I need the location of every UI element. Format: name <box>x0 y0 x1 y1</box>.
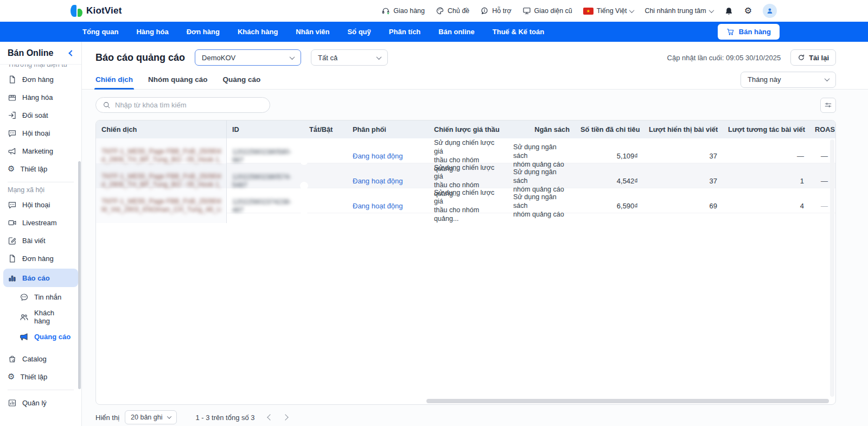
section-label-social: Mạng xã hội <box>0 186 81 196</box>
support-menu[interactable]: Hỗ trợ <box>480 7 511 15</box>
sidebar-item-label: Đơn hàng <box>22 75 54 84</box>
distribution-status: Đang hoạt động <box>347 202 429 210</box>
search-box[interactable] <box>95 97 270 113</box>
spend-value: 5,109₫ <box>575 152 643 160</box>
support-chat-icon <box>480 7 489 15</box>
nav-phan-tich[interactable]: Phân tích <box>389 28 421 36</box>
nav-thue-ke-toan[interactable]: Thuế & Kế toán <box>493 28 544 36</box>
sell-button[interactable]: Bán hàng <box>718 24 780 40</box>
bid-strategy-cell: Sử dụng chiến lược giáthầu cho nhóm quản… <box>429 188 508 223</box>
col-tat-bat[interactable]: Tắt/Bật <box>304 125 347 133</box>
sidebar-scrollbar[interactable] <box>78 161 81 389</box>
campaign-name-cell[interactable]: TKFF-1_ME55_Page FBB_FnB_250904_K M_Vid_… <box>96 188 227 223</box>
tab-chien-dich[interactable]: Chiến dịch <box>95 70 133 90</box>
sidebar-item-tin-nhan[interactable]: Tin nhắn <box>0 288 81 306</box>
col-luot-tuong-tac[interactable]: Lượt tương tác bài viết <box>723 125 809 133</box>
sidebar-item-label: Quản lý <box>22 399 47 407</box>
sidebar-item-label: Đối soát <box>22 111 48 119</box>
col-so-tien[interactable]: Số tiền đã chi tiêu <box>575 125 643 133</box>
chart-box-icon <box>8 398 17 408</box>
sidebar-item-thiet-lap[interactable]: ⚙ Thiết lập <box>0 160 81 178</box>
campaign-name: M_Vid_2903_KNOman_CH_Tung_48_U... <box>101 206 221 214</box>
impressions-value: 37 <box>643 177 723 185</box>
distribution-status: Đang hoạt động <box>347 177 429 185</box>
sidebar-item-khach-hang[interactable]: Khách hàng <box>0 306 81 328</box>
sidebar-item-hoi-thoai[interactable]: Hội thoại <box>0 124 81 142</box>
nav-hang-hoa[interactable]: Hàng hóa <box>136 28 168 36</box>
sidebar-item-marketing[interactable]: Marketing <box>0 142 81 160</box>
sidebar-item-label: Catalog <box>22 355 47 363</box>
account-select[interactable]: DemoKOV <box>195 49 301 66</box>
bell-icon[interactable] <box>724 7 733 16</box>
gear-icon[interactable]: ⚙ <box>744 7 752 15</box>
horizontal-scrollbar[interactable] <box>97 399 829 403</box>
user-avatar[interactable] <box>763 4 777 18</box>
col-phan-phoi[interactable]: Phân phối <box>347 125 429 133</box>
nav-ban-online[interactable]: Bán online <box>438 28 474 36</box>
sidebar-item-quang-cao[interactable]: Quảng cáo <box>0 328 81 346</box>
col-roas[interactable]: ROAS <box>809 125 835 133</box>
table-row[interactable]: TKFF-1_ME55_Page FBB_FnB_250904_K M_Vid_… <box>96 188 835 213</box>
reload-button[interactable]: Tải lại <box>790 49 836 66</box>
table-row[interactable]: TKFF-1_ME55_Page FBB_FnB_250904_Vi d_290… <box>96 163 835 188</box>
brand[interactable]: KiotViet <box>71 5 122 17</box>
sidebar-scroll-area: Thương mại điện tử Đơn hàng Hàng hóa Đối… <box>0 65 81 426</box>
collapse-sidebar-icon[interactable] <box>68 50 74 56</box>
branch-menu[interactable]: Chi nhánh trung tâm <box>644 7 713 15</box>
nav-tong-quan[interactable]: Tổng quan <box>82 28 118 36</box>
col-chien-luoc[interactable]: Chiến lược giá thầu <box>429 125 508 133</box>
budget: nhóm quảng cáo <box>513 211 564 218</box>
col-id[interactable]: ID <box>227 125 304 133</box>
next-page-icon[interactable] <box>282 414 288 420</box>
table-footer: Hiển thị 20 bản ghi 1 - 3 trên tổng số 3 <box>95 405 836 424</box>
filter-select[interactable]: Tất cả <box>311 49 388 66</box>
col-chien-dich[interactable]: Chiến dịch <box>96 120 227 138</box>
nav-nhan-vien[interactable]: Nhân viên <box>296 28 329 36</box>
campaign-id: 120225602380580-987 <box>232 148 291 164</box>
sidebar-item-bao-cao[interactable]: Báo cáo <box>3 269 78 287</box>
chevron-down-icon <box>376 54 382 60</box>
document-icon <box>8 75 17 84</box>
user-icon <box>765 7 774 15</box>
page-size-select[interactable]: 20 bản ghi <box>125 410 177 424</box>
table-row[interactable]: TKFF-1_ME55_Page FBB_FnB_250904_Vi d_290… <box>96 138 835 163</box>
col-luot-hien-thi[interactable]: Lượt hiển thị bài viết <box>643 125 723 133</box>
sidebar-item-bai-viet[interactable]: Bài viết <box>0 232 81 250</box>
delivery-menu[interactable]: Giao hàng <box>381 7 425 15</box>
sidebar: Bán Online Thương mại điện tử Đơn hàng H… <box>0 42 82 426</box>
sidebar-item-hang-hoa[interactable]: Hàng hóa <box>0 88 81 106</box>
page-size-value: 20 bản ghi <box>131 414 162 421</box>
old-ui-label: Giao diện cũ <box>534 7 572 15</box>
nav-khach-hang[interactable]: Khách hàng <box>238 28 278 36</box>
tab-nhom-quang-cao[interactable]: Nhóm quảng cáo <box>148 70 208 90</box>
sidebar-item-catalog[interactable]: Catalog <box>0 350 81 368</box>
nav-don-hang[interactable]: Đơn hàng <box>187 28 220 36</box>
language-menu[interactable]: ★ Tiếng Việt <box>583 7 634 15</box>
sidebar-item-livestream[interactable]: Livestream <box>0 214 81 232</box>
budget: Sử dụng ngân sách <box>513 143 557 160</box>
vertical-scrollbar[interactable] <box>830 139 834 397</box>
search-input[interactable] <box>115 101 263 109</box>
main-content: Báo cáo quảng cáo DemoKOV Tất cả Cập nhậ… <box>82 42 868 426</box>
old-ui-menu[interactable]: Giao diện cũ <box>522 7 572 15</box>
sidebar-item-label: Báo cáo <box>22 274 50 282</box>
sidebar-item-hoi-thoai-social[interactable]: Hội thoại <box>0 196 81 214</box>
scrollbar-thumb[interactable] <box>426 399 829 403</box>
sidebar-item-thiet-lap-2[interactable]: ⚙ Thiết lập <box>0 368 81 386</box>
impressions-value: 69 <box>643 202 723 210</box>
column-settings-icon <box>824 101 832 109</box>
sidebar-item-don-hang[interactable]: Đơn hàng <box>0 71 81 88</box>
col-ngan-sach[interactable]: Ngân sách <box>508 125 575 133</box>
period-select[interactable]: Tháng này <box>741 72 836 88</box>
column-settings-button[interactable] <box>820 98 836 113</box>
tab-quang-cao[interactable]: Quảng cáo <box>223 70 261 90</box>
edit-icon <box>8 236 17 245</box>
gear-icon: ⚙ <box>8 165 15 173</box>
chat-icon <box>8 129 17 138</box>
theme-menu[interactable]: Chủ đề <box>436 7 469 15</box>
nav-so-quy[interactable]: Sổ quỹ <box>347 28 371 36</box>
sidebar-item-quan-ly[interactable]: Quản lý <box>0 394 81 412</box>
sidebar-item-doi-soat[interactable]: Đối soát <box>0 106 81 124</box>
sidebar-item-don-hang-social[interactable]: Đơn hàng <box>0 250 81 268</box>
prev-page-icon[interactable] <box>267 414 273 420</box>
